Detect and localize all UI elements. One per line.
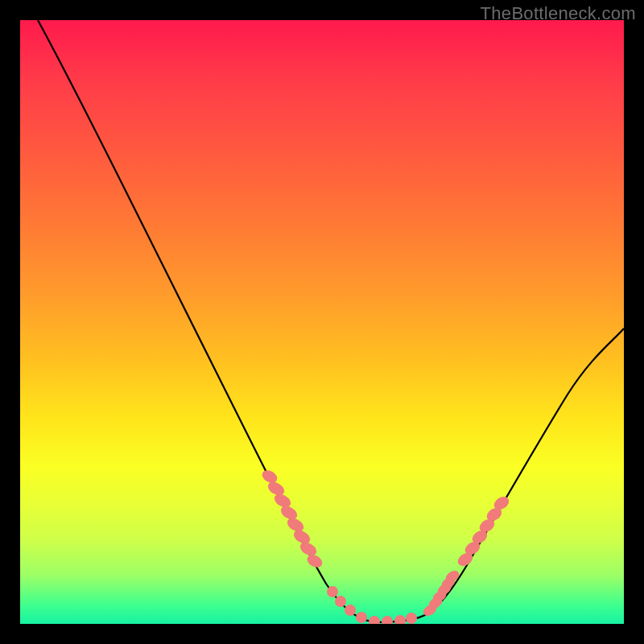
svg-point-14 [394, 615, 406, 624]
svg-point-15 [406, 613, 417, 624]
svg-point-13 [382, 616, 393, 624]
svg-point-10 [345, 605, 356, 616]
left-slope-markers [260, 468, 324, 570]
watermark-text: TheBottleneck.com [481, 3, 636, 24]
valley-markers [327, 586, 417, 624]
svg-point-8 [327, 586, 338, 597]
svg-point-9 [335, 596, 346, 607]
chart-svg [20, 20, 624, 624]
outer-frame: TheBottleneck.com [0, 0, 644, 644]
right-slope-markers [456, 494, 511, 568]
svg-point-11 [356, 612, 367, 623]
plot-area [20, 20, 624, 624]
right-dense-markers [421, 568, 461, 618]
svg-point-12 [369, 616, 380, 624]
bottleneck-curve [38, 20, 624, 622]
